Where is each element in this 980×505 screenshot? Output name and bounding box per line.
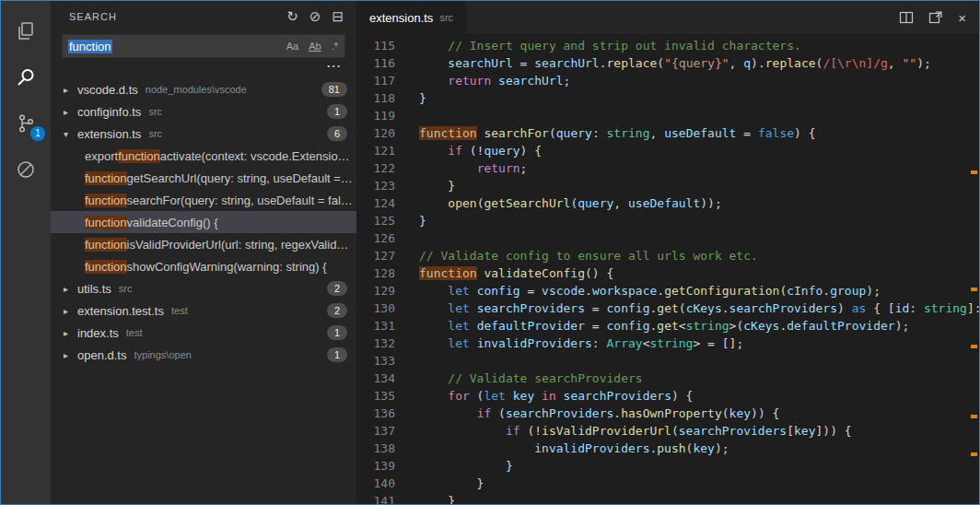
toggle-search-details[interactable]: ··· — [51, 58, 356, 75]
result-file-row[interactable]: ▾extension.tssrc6 — [51, 123, 356, 145]
activity-search[interactable] — [1, 54, 51, 100]
match-post-text: activate(context: vscode.Extensio… — [160, 149, 350, 163]
match-highlight: function — [85, 216, 127, 229]
code-line[interactable]: 136 if (searchProviders.hasOwnProperty(k… — [356, 405, 979, 422]
tab-extension-ts[interactable]: extension.ts src — [356, 1, 466, 34]
code-line[interactable]: 124 open(getSearchUrl(query, useDefault)… — [356, 194, 979, 212]
result-match-row[interactable]: function getSearchUrl(query: string, use… — [51, 167, 356, 189]
result-file-row[interactable]: ▸index.tstest1 — [51, 322, 356, 344]
line-number: 135 — [356, 387, 395, 405]
code-text: searchUrl = searchUrl.replace("{query}",… — [395, 54, 931, 72]
code-line[interactable]: 132 let invalidProviders: Array<string> … — [356, 335, 979, 352]
search-input-row: function Aa Ab .* — [51, 32, 356, 58]
code-line[interactable]: 133 — [356, 352, 979, 370]
code-line[interactable]: 135 for (let key in searchProviders) { — [356, 387, 979, 405]
code-text — [395, 229, 419, 247]
code-line[interactable]: 123 } — [356, 177, 979, 194]
code-editor[interactable]: 115 // Insert query and strip out invali… — [356, 34, 979, 504]
code-line[interactable]: 115 // Insert query and strip out invali… — [356, 37, 979, 54]
result-file-row[interactable]: ▸utils.tssrc2 — [51, 277, 356, 299]
code-text: let defaultProvider = config.get<string>… — [395, 317, 909, 335]
match-count-badge: 1 — [327, 325, 347, 340]
file-path: node_modules\vscode — [146, 84, 314, 95]
line-number: 133 — [356, 352, 395, 370]
clear-search-results-icon[interactable]: ⊘ — [309, 8, 321, 25]
refresh-icon[interactable]: ↻ — [286, 8, 298, 25]
result-file-row[interactable]: ▸extension.test.tstest2 — [51, 299, 356, 322]
split-editor-icon[interactable] — [899, 10, 914, 25]
search-input[interactable]: function Aa Ab .* — [62, 34, 345, 58]
code-line[interactable]: 130 let searchProviders = config.get(cKe… — [356, 299, 979, 317]
code-line[interactable]: 118} — [356, 89, 979, 107]
code-line[interactable]: 117 return searchUrl; — [356, 72, 979, 89]
panel-title: SEARCH — [69, 11, 286, 22]
line-number: 120 — [356, 124, 395, 142]
code-line[interactable]: 138 invalidProviders.push(key); — [356, 440, 979, 457]
activity-debug[interactable] — [1, 147, 51, 193]
collapse-all-icon[interactable]: ⊟ — [332, 8, 344, 25]
code-line[interactable]: 122 return; — [356, 159, 979, 177]
code-line[interactable]: 121 if (!query) { — [356, 142, 979, 159]
overview-ruler[interactable] — [968, 34, 979, 504]
code-text: return; — [395, 159, 527, 177]
close-editor-icon[interactable]: × — [958, 11, 966, 25]
activity-explorer[interactable] — [1, 8, 51, 54]
search-match-marker — [971, 345, 977, 348]
code-line[interactable]: 129 let config = vscode.workspace.getCon… — [356, 282, 979, 299]
code-line[interactable]: 125} — [356, 212, 979, 229]
result-match-row[interactable]: function searchFor(query: string, useDef… — [51, 189, 356, 211]
debug-icon — [15, 159, 37, 181]
code-line[interactable]: 116 searchUrl = searchUrl.replace("{quer… — [356, 54, 979, 72]
line-number: 131 — [356, 317, 395, 335]
code-line[interactable]: 131 let defaultProvider = config.get<str… — [356, 317, 979, 335]
result-file-row[interactable]: ▸configinfo.tssrc1 — [51, 100, 356, 123]
line-number: 141 — [356, 492, 395, 504]
code-line[interactable]: 128function validateConfig() { — [356, 264, 979, 282]
code-line[interactable]: 137 if (!isValidProviderUrl(searchProvid… — [356, 422, 979, 440]
code-line[interactable]: 140 } — [356, 475, 979, 492]
activity-source-control[interactable]: 1 — [1, 100, 51, 147]
match-count-badge: 1 — [327, 104, 347, 119]
code-line[interactable]: 134 // Validate searchProviders — [356, 370, 979, 387]
match-count-badge: 1 — [327, 347, 347, 362]
code-line[interactable]: 139 } — [356, 457, 979, 475]
search-match-marker — [971, 170, 977, 174]
result-file-row[interactable]: ▸vscode.d.tsnode_modules\vscode81 — [51, 78, 356, 100]
result-match-row[interactable]: function showConfigWarning(warning: stri… — [51, 255, 356, 277]
code-text: // Insert query and strip out invalid ch… — [395, 37, 801, 54]
line-number: 137 — [356, 422, 395, 440]
match-case-toggle[interactable]: Aa — [285, 40, 300, 53]
code-line[interactable]: 126 — [356, 229, 979, 247]
code-text: } — [395, 492, 455, 504]
code-text: } — [395, 177, 455, 194]
line-number: 125 — [356, 212, 395, 229]
result-file-row[interactable]: ▸open.d.tstypings\open1 — [51, 344, 356, 366]
code-line[interactable]: 127// Validate config to ensure all urls… — [356, 247, 979, 264]
search-match-marker — [971, 288, 977, 291]
line-number: 139 — [356, 457, 395, 475]
code-text: } — [395, 475, 484, 492]
open-preview-icon[interactable] — [928, 10, 943, 25]
match-post-text: getSearchUrl(query: string, useDefault =… — [127, 171, 353, 185]
code-line[interactable]: 120function searchFor(query: string, use… — [356, 124, 979, 142]
code-text: let searchProviders = config.get(cKeys.s… — [395, 299, 979, 317]
match-post-text: searchFor(query: string, useDefault = fa… — [127, 194, 353, 207]
result-match-row[interactable]: function validateConfig() { — [51, 211, 356, 233]
code-line[interactable]: 119 — [356, 107, 979, 124]
line-number: 128 — [356, 264, 395, 282]
file-path: src — [148, 106, 320, 117]
match-highlight: function — [118, 149, 160, 163]
panel-actions: ↻ ⊘ ⊟ — [286, 8, 344, 25]
result-match-row[interactable]: function isValidProviderUrl(url: string,… — [51, 233, 356, 255]
line-number: 127 — [356, 247, 395, 264]
search-match-marker — [971, 415, 977, 418]
code-text: // Validate config to ensure all urls wo… — [395, 247, 758, 264]
whole-word-toggle[interactable]: Ab — [307, 40, 322, 53]
file-name: vscode.d.ts — [77, 83, 138, 97]
search-results: ▸vscode.d.tsnode_modules\vscode81▸config… — [51, 78, 356, 504]
result-match-row[interactable]: export function activate(context: vscode… — [51, 145, 356, 167]
search-match-in-code: function — [419, 126, 477, 140]
regex-toggle[interactable]: .* — [330, 40, 340, 53]
code-line[interactable]: 141 } — [356, 492, 979, 504]
chevron-right-icon: ▸ — [64, 306, 77, 316]
